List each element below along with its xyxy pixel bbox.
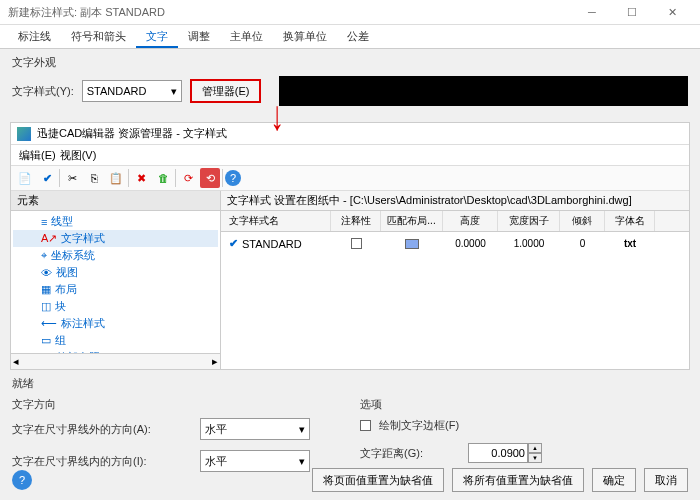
block-icon: ◫ (41, 300, 51, 313)
menu-view[interactable]: 视图(V) (60, 148, 97, 163)
status-text: 就绪 (0, 374, 700, 393)
tab-primary[interactable]: 主单位 (220, 25, 273, 48)
cell-oblique: 0 (560, 235, 605, 252)
layout-icon: ▦ (41, 283, 51, 296)
col-match[interactable]: 匹配布局... (381, 211, 443, 231)
outside-dir-label: 文字在尺寸界线外的方向(A): (12, 422, 192, 437)
col-name[interactable]: 文字样式名 (221, 211, 331, 231)
cell-width: 1.0000 (498, 235, 560, 252)
close-button[interactable]: ✕ (652, 0, 692, 25)
tree-item-view[interactable]: 👁视图 (13, 264, 218, 281)
chevron-down-icon: ▾ (171, 85, 177, 98)
reset-all-button[interactable]: 将所有值重置为缺省值 (452, 468, 584, 492)
tree-item-textstyle[interactable]: A↗文字样式 (13, 230, 218, 247)
cell-height: 0.0000 (443, 235, 498, 252)
subwindow-title: 迅捷CAD编辑器 资源管理器 - 文字样式 (37, 126, 227, 141)
col-width[interactable]: 宽度因子 (498, 211, 560, 231)
tab-text[interactable]: 文字 (136, 25, 178, 48)
text-style-combo[interactable]: STANDARD ▾ (82, 80, 182, 102)
grid-row[interactable]: ✔STANDARD 0.0000 1.0000 0 txt (221, 232, 689, 255)
spin-up-icon[interactable]: ▲ (528, 443, 542, 453)
dist-label: 文字距离(G): (360, 446, 460, 461)
options-label: 选项 (360, 397, 688, 412)
red-arrow-icon: ↓ (270, 92, 284, 140)
manager-button[interactable]: 管理器(E) (190, 79, 262, 103)
element-tree[interactable]: ≡线型 A↗文字样式 ⌖坐标系统 👁视图 ▦布局 ◫块 ⟵标注样式 ▭组 🗋外部… (11, 211, 220, 353)
preview-box (279, 76, 688, 106)
text-style-value: STANDARD (87, 85, 147, 97)
cancel-button[interactable]: 取消 (644, 468, 688, 492)
purge-icon[interactable]: 🗑 (153, 168, 173, 188)
regen-icon[interactable]: ⟲ (200, 168, 220, 188)
tab-tolerance[interactable]: 公差 (337, 25, 379, 48)
inside-dir-label: 文字在尺寸界线内的方向(I): (12, 454, 192, 469)
tree-item-linetype[interactable]: ≡线型 (13, 213, 218, 230)
help-icon[interactable]: ? (225, 170, 241, 186)
reset-page-button[interactable]: 将页面值重置为缺省值 (312, 468, 444, 492)
app-icon (17, 127, 31, 141)
tree-item-dimstyle[interactable]: ⟵标注样式 (13, 315, 218, 332)
tree-item-block[interactable]: ◫块 (13, 298, 218, 315)
ucs-icon: ⌖ (41, 249, 47, 262)
dimstyle-icon: ⟵ (41, 317, 57, 330)
help-button[interactable]: ? (12, 470, 32, 490)
menu-edit[interactable]: 编辑(E) (19, 148, 56, 163)
ok-button[interactable]: 确定 (592, 468, 636, 492)
delete-icon[interactable]: ✖ (131, 168, 151, 188)
tab-symbols[interactable]: 符号和箭头 (61, 25, 136, 48)
annotative-checkbox[interactable] (351, 238, 362, 249)
copy-icon[interactable]: ⎘ (84, 168, 104, 188)
view-icon: 👁 (41, 267, 52, 279)
tab-fit[interactable]: 调整 (178, 25, 220, 48)
maximize-button[interactable]: ☐ (612, 0, 652, 25)
match-swatch[interactable] (405, 239, 419, 249)
group-icon: ▭ (41, 334, 51, 347)
paste-icon[interactable]: 📋 (106, 168, 126, 188)
text-style-label: 文字样式(Y): (12, 84, 74, 99)
tree-item-layout[interactable]: ▦布局 (13, 281, 218, 298)
tab-dimlines[interactable]: 标注线 (8, 25, 61, 48)
minimize-button[interactable]: ─ (572, 0, 612, 25)
dist-spinner[interactable]: ▲▼ (468, 443, 542, 463)
grid-path: 文字样式 设置在图纸中 - [C:\Users\Administrator\De… (221, 191, 689, 211)
tree-item-ucs[interactable]: ⌖坐标系统 (13, 247, 218, 264)
tab-bar: 标注线 符号和箭头 文字 调整 主单位 换算单位 公差 (0, 25, 700, 49)
cell-font: txt (605, 235, 655, 252)
textstyle-icon: A↗ (41, 232, 57, 245)
window-title: 新建标注样式: 副本 STANDARD (8, 5, 572, 20)
tree-item-group[interactable]: ▭组 (13, 332, 218, 349)
tab-alt[interactable]: 换算单位 (273, 25, 337, 48)
frame-checkbox[interactable] (360, 420, 371, 431)
chevron-down-icon: ▾ (299, 455, 305, 468)
outside-dir-combo[interactable]: 水平▾ (200, 418, 310, 440)
spin-down-icon[interactable]: ▼ (528, 453, 542, 463)
appearance-label: 文字外观 (12, 55, 688, 70)
refresh-icon[interactable]: ⟳ (178, 168, 198, 188)
frame-label: 绘制文字边框(F) (379, 418, 459, 433)
col-height[interactable]: 高度 (443, 211, 498, 231)
dist-input[interactable] (468, 443, 528, 463)
check-icon: ✔ (229, 237, 238, 250)
col-oblique[interactable]: 倾斜 (560, 211, 605, 231)
direction-label: 文字方向 (12, 397, 340, 412)
linetype-icon: ≡ (41, 216, 47, 228)
col-font[interactable]: 字体名 (605, 211, 655, 231)
apply-icon[interactable]: ✔ (37, 168, 57, 188)
col-annotative[interactable]: 注释性 (331, 211, 381, 231)
tree-scrollbar[interactable]: ◂▸ (11, 353, 220, 369)
cut-icon[interactable]: ✂ (62, 168, 82, 188)
chevron-down-icon: ▾ (299, 423, 305, 436)
tree-header: 元素 (11, 191, 220, 211)
new-icon[interactable]: 📄 (15, 168, 35, 188)
